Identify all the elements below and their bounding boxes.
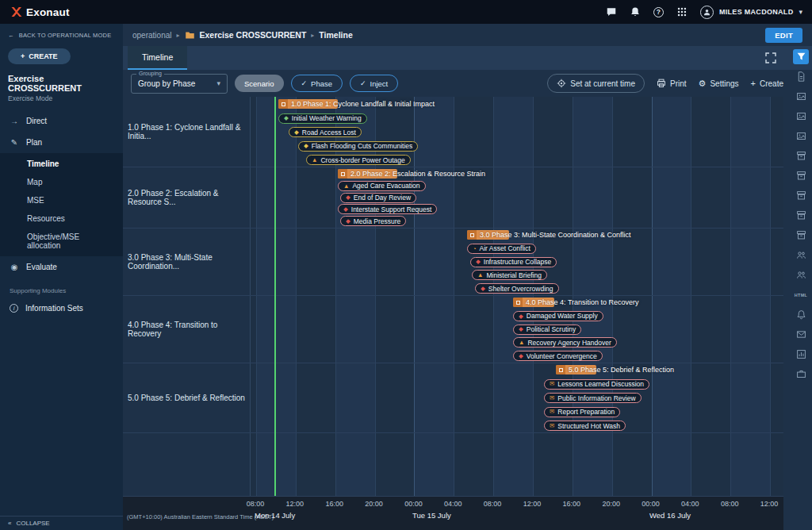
inject-label: Volunteer Convergence	[527, 352, 597, 360]
collapse-button[interactable]: « COLLAPSE	[0, 516, 123, 530]
tab-timeline[interactable]: Timeline	[128, 46, 187, 70]
inject-chip[interactable]: ✓ Inject	[350, 75, 398, 92]
breadcrumb-exercise[interactable]: Exercise CROSSCURRENT	[200, 30, 307, 40]
archive-icon[interactable]	[793, 188, 809, 203]
archive-icon[interactable]	[793, 228, 809, 243]
inject-item[interactable]: ✉Report Preparation	[544, 407, 620, 417]
chart-icon[interactable]	[793, 347, 809, 362]
inject-item[interactable]: ◆Damaged Water Supply	[513, 311, 603, 321]
inject-type-icon: ✉	[550, 423, 554, 429]
sidebar-item-objective-mse-allocation[interactable]: Objective/MSE allocation	[0, 228, 123, 255]
sidebar-item-plan[interactable]: ✎Plan	[0, 132, 123, 153]
edit-button[interactable]: EDIT	[765, 28, 802, 43]
inject-item[interactable]: ▲Ministerial Briefing	[472, 270, 547, 280]
sidebar-item-direct[interactable]: →Direct	[0, 110, 123, 132]
row-label: 2.0 Phase 2: Escalation & Resource S...	[123, 167, 250, 228]
day-night-band	[493, 97, 533, 496]
inject-label: Report Preparation	[557, 408, 615, 416]
phase-bar-label: 5.0 Phase 5: Debrief & Reflection	[569, 365, 674, 374]
inject-type-icon: ◆	[346, 218, 350, 225]
grouping-select[interactable]: Grouping Group by Phase ▾	[131, 74, 228, 94]
users-icon[interactable]	[793, 267, 809, 282]
chat-icon[interactable]	[606, 6, 617, 17]
tab-bar: Timeline	[123, 46, 812, 70]
print-button[interactable]: Print	[657, 79, 687, 88]
inject-item[interactable]: ✉Structured Hot Wash	[544, 421, 626, 431]
inject-item[interactable]: ◔Air Asset Conflict	[467, 244, 536, 254]
grouping-value: Group by Phase	[138, 79, 195, 88]
help-icon[interactable]: ?	[653, 7, 664, 17]
phase-chip-label: Phase	[311, 79, 332, 88]
inject-label: Road Access Lost	[302, 129, 356, 136]
inject-item[interactable]: ▲Recovery Agency Handover	[513, 337, 617, 348]
sidebar-item-label: Plan	[26, 138, 42, 147]
row-label: 5.0 Phase 5: Debrief & Reflection	[123, 363, 250, 432]
inject-item[interactable]: ▲Cross-border Power Outage	[306, 155, 411, 165]
inject-item[interactable]: ◆Interstate Support Request	[338, 204, 437, 214]
set-current-time-button[interactable]: Set at current time	[547, 74, 645, 93]
inject-label: Air Asset Conflict	[480, 244, 530, 252]
apps-grid-icon[interactable]	[676, 6, 688, 17]
bell-icon[interactable]	[630, 6, 641, 17]
image-icon[interactable]	[793, 109, 809, 124]
inject-item[interactable]: ◆Volunteer Convergence	[513, 351, 603, 361]
plus-icon: +	[21, 52, 25, 60]
archive-icon[interactable]	[793, 208, 809, 223]
gridline	[612, 97, 613, 496]
sidebar-item-label: Evaluate	[26, 263, 57, 271]
inject-item[interactable]: ◆Flash Flooding Cuts Communities	[298, 141, 418, 152]
filter-icon[interactable]	[793, 49, 809, 64]
supporting-modules-label: Supporting Modules	[0, 278, 123, 298]
inject-type-icon: ▲	[312, 157, 317, 163]
day-night-band	[691, 97, 730, 496]
axis-tick-label: 12:00	[756, 500, 783, 508]
inject-item[interactable]: ◆Political Scrutiny	[513, 325, 581, 335]
inject-item[interactable]: ◆End of Day Review	[340, 193, 416, 203]
inject-label: Cross-border Power Outage	[320, 156, 404, 164]
sidebar-item-label: Direct	[26, 117, 47, 125]
bell-icon[interactable]	[793, 307, 809, 322]
image-icon[interactable]	[793, 89, 809, 104]
row-label: 4.0 Phase 4: Transition to Recovery	[123, 295, 250, 363]
inject-item[interactable]: ◆Initial Weather Warning	[278, 113, 367, 124]
inject-item[interactable]: ◆Media Pressure	[340, 216, 406, 226]
settings-button[interactable]: ⚙ Settings	[699, 79, 739, 88]
create-button[interactable]: + CREATE	[8, 48, 71, 64]
inject-item[interactable]: ✉Lessons Learned Discussion	[544, 379, 649, 390]
sidebar-item-map[interactable]: Map	[0, 173, 123, 191]
inject-label: Damaged Water Supply	[527, 312, 598, 320]
inject-item[interactable]: ◆Shelter Overcrowding	[475, 283, 559, 294]
timeline-toolbar: Grouping Group by Phase ▾ Scenario ✓ Pha…	[123, 70, 783, 97]
inject-item[interactable]: ◆Infrastructure Collapse	[470, 257, 557, 267]
inject-item[interactable]: ▲Aged Care Evacuation	[338, 181, 426, 191]
gridline	[533, 97, 534, 496]
timezone-note: (GMT+10:00) Australian Eastern Standard …	[127, 513, 274, 520]
gantt-chart[interactable]: 1.0 Phase 1: Cyclone Landfall & Initial …	[250, 97, 783, 496]
archive-icon[interactable]	[793, 168, 809, 183]
inject-item[interactable]: ◆Road Access Lost	[289, 127, 362, 137]
archive-icon[interactable]	[793, 148, 809, 163]
back-to-operational-link[interactable]: ← BACK TO OPERATIONAL MODE	[0, 24, 123, 42]
create-inject-button[interactable]: + Create	[751, 79, 783, 88]
phase-chip[interactable]: ✓ Phase	[291, 75, 343, 92]
sidebar-item-timeline[interactable]: Timeline	[0, 155, 123, 173]
inject-item[interactable]: ✉Public Information Review	[544, 393, 642, 403]
fullscreen-icon[interactable]	[764, 52, 777, 64]
sidebar-item-information-sets[interactable]: iInformation Sets	[0, 298, 123, 319]
user-menu[interactable]: MILES MACDONALD ▾	[700, 6, 802, 19]
sidebar-item-evaluate[interactable]: ◉Evaluate	[0, 256, 123, 278]
mail-icon[interactable]	[793, 327, 809, 342]
inject-type-icon: ◆	[519, 326, 523, 332]
scenario-chip[interactable]: Scenario	[235, 75, 284, 92]
breadcrumb-operational[interactable]: operational	[132, 31, 171, 40]
sidebar-item-mse[interactable]: MSE	[0, 191, 123, 209]
image-icon[interactable]	[793, 129, 809, 144]
html-icon[interactable]: HTML	[793, 287, 809, 302]
day-night-band	[250, 97, 256, 496]
sidebar-secondary-menu: iInformation Sets	[0, 298, 123, 319]
briefcase-icon[interactable]	[793, 367, 809, 382]
file-icon[interactable]	[793, 69, 809, 84]
inject-type-icon: ◆	[304, 143, 308, 149]
sidebar-item-resources[interactable]: Resources	[0, 209, 123, 228]
users-icon[interactable]	[793, 248, 809, 263]
